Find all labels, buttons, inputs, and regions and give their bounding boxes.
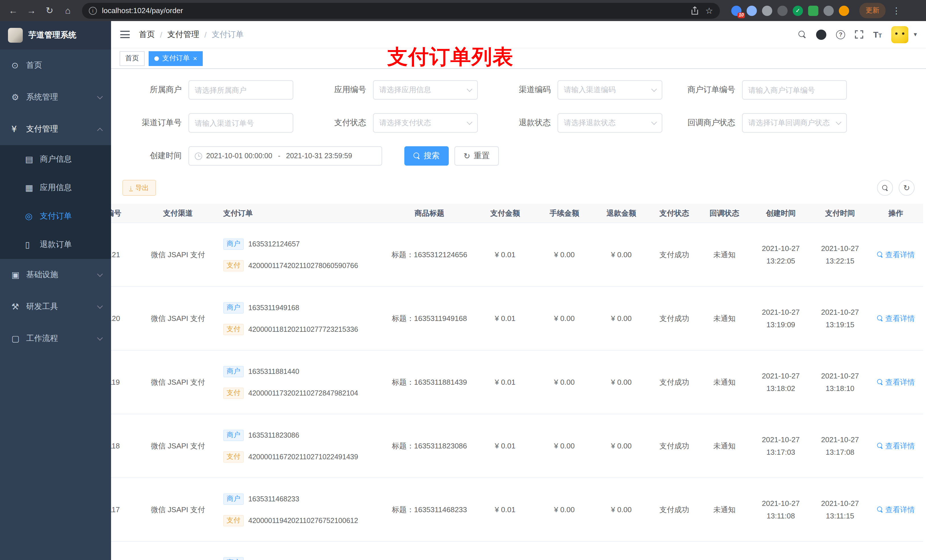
refresh-icon: ↻: [903, 184, 910, 192]
pin-extension-icon[interactable]: [823, 5, 834, 16]
cell-status: 支付成功: [650, 414, 699, 477]
merchant-order-no-field[interactable]: [748, 86, 841, 94]
close-tab-icon[interactable]: ×: [193, 55, 197, 62]
view-detail-link[interactable]: 查看详情: [877, 249, 915, 260]
cell-refund: ¥ 0.00: [593, 223, 650, 286]
cell-channel: 微信 JSAPI 支付: [139, 414, 216, 477]
pay-tag: 支付: [223, 323, 244, 335]
sidebar-item-home[interactable]: ⊙ 首页: [0, 50, 111, 82]
tab-pay-order[interactable]: 支付订单 ×: [149, 51, 203, 66]
view-detail-link[interactable]: 查看详情: [877, 313, 915, 323]
table-row: 120 微信 JSAPI 支付 商户 1635311949168 支付 4200…: [111, 287, 923, 350]
filter-row-1: 所属商户 应用编号 请选择应用信息 渠道编码: [111, 80, 926, 100]
refresh-table-button[interactable]: ↻: [899, 180, 915, 196]
search-icon: [877, 379, 883, 385]
tab-home[interactable]: 首页: [120, 51, 145, 66]
cell-created: 2021-10-27 13:11:08: [750, 478, 811, 541]
extension-icon[interactable]: [808, 5, 819, 16]
search-icon[interactable]: [799, 30, 806, 38]
sidebar-item-workflow[interactable]: ▢ 工作流程: [0, 323, 111, 355]
merchant-input[interactable]: [189, 80, 293, 100]
search-button[interactable]: 搜索: [404, 146, 449, 166]
sidebar-item-pay-order[interactable]: ◎ 支付订单: [0, 202, 111, 231]
breadcrumb-home[interactable]: 首页: [139, 29, 155, 39]
date-range-picker[interactable]: 2021-10-01 00:00:00 - 2021-10-31 23:59:5…: [189, 146, 382, 166]
merchant-tag: 商户: [223, 366, 244, 377]
date-start[interactable]: 2021-10-01 00:00:00: [206, 152, 272, 160]
merchant-order-no-input[interactable]: [742, 80, 847, 100]
info-icon[interactable]: i: [89, 6, 97, 15]
sidebar-item-infra[interactable]: ▣ 基础设施: [0, 259, 111, 291]
export-button[interactable]: ↓ 导出: [123, 180, 156, 196]
bookmark-star-icon[interactable]: ☆: [705, 5, 713, 16]
refresh-icon: ↻: [464, 152, 470, 160]
search-icon: [877, 443, 883, 449]
font-size-icon[interactable]: TT: [873, 30, 882, 39]
hamburger-menu-icon[interactable]: [120, 31, 130, 38]
extension-icon[interactable]: [777, 5, 788, 16]
help-icon[interactable]: ?: [836, 30, 845, 39]
cell-fee: ¥ 0.00: [536, 287, 593, 350]
search-icon: [882, 185, 888, 191]
gear-icon: ⚙: [11, 92, 26, 103]
browser-menu-icon[interactable]: ⋮: [891, 5, 902, 16]
view-detail-link[interactable]: 查看详情: [877, 441, 915, 451]
forward-icon[interactable]: →: [24, 3, 39, 18]
table-toolbar: ↓ 导出 ↻: [111, 180, 926, 196]
extension-icon[interactable]: ✓: [793, 5, 803, 16]
app-id-select[interactable]: 请选择应用信息: [373, 80, 478, 100]
pay-order-line: 支付 4200001174202110278060590766: [223, 259, 358, 272]
toggle-search-button[interactable]: [877, 180, 893, 196]
view-detail-link[interactable]: 查看详情: [877, 377, 915, 387]
cell-id: 121: [111, 223, 139, 286]
payment-submenu: ▤ 商户信息 ▦ 应用信息 ◎ 支付订单 ▯ 退款订单: [0, 145, 111, 259]
title-prefix: 标题：: [392, 377, 414, 387]
pay-order-line: 支付 4200001181202110277723215336: [223, 322, 358, 336]
cell-amount: ¥ 0.01: [474, 287, 536, 350]
cell-action: 查看详情: [869, 287, 923, 350]
browser-update-button[interactable]: 更新: [859, 3, 885, 18]
share-icon[interactable]: [690, 6, 699, 15]
sidebar-item-dev-tools[interactable]: ⚒ 研发工具: [0, 291, 111, 323]
cell-action: 查看详情: [869, 478, 923, 541]
channel-order-no-field[interactable]: [195, 119, 287, 127]
notify-status-select[interactable]: 请选择订单回调商户状态: [742, 113, 847, 133]
extension-icon[interactable]: [762, 5, 772, 16]
cell-refund: ¥ 0.00: [593, 478, 650, 541]
extension-icon[interactable]: 10: [731, 5, 741, 16]
title-prefix: 标题：: [392, 441, 414, 451]
profile-avatar-icon[interactable]: [839, 5, 849, 16]
sidebar-item-app-info[interactable]: ▦ 应用信息: [0, 174, 111, 202]
field-channel-code: 渠道编码 请输入渠道编码: [492, 80, 662, 100]
url-bar[interactable]: i localhost:1024/pay/order ☆: [82, 3, 720, 18]
channel-code-select[interactable]: 请输入渠道编码: [558, 80, 662, 100]
caret-down-icon[interactable]: ▾: [914, 31, 917, 38]
merchant-tag: 商户: [223, 238, 244, 249]
table-row: 117 微信 JSAPI 支付 商户 1635311468233 支付 4200…: [111, 478, 923, 542]
extension-icon[interactable]: [747, 5, 757, 16]
sidebar-item-refund-order[interactable]: ▯ 退款订单: [0, 231, 111, 259]
sidebar-item-system[interactable]: ⚙ 系统管理: [0, 82, 111, 113]
sidebar-item-merchant-info[interactable]: ▤ 商户信息: [0, 145, 111, 174]
reload-icon[interactable]: ↻: [42, 3, 57, 18]
date-end[interactable]: 2021-10-31 23:59:59: [286, 152, 352, 160]
home-icon[interactable]: ⌂: [61, 3, 75, 18]
fullscreen-icon[interactable]: [855, 30, 863, 39]
breadcrumb-pay-manage[interactable]: 支付管理: [168, 29, 199, 39]
cell-title: 标题：1635311823086: [384, 414, 474, 477]
cell-action: 查看详情: [869, 350, 923, 414]
back-icon[interactable]: ←: [6, 3, 21, 18]
refund-status-select[interactable]: 请选择退款状态: [558, 113, 662, 133]
pay-status-select[interactable]: 请选择支付状态: [373, 113, 478, 133]
cell-action: 查看详情: [869, 414, 923, 477]
cell-refund: ¥ 0.00: [593, 287, 650, 350]
cell-notify: 未通知: [699, 223, 750, 286]
merchant-input-field[interactable]: [195, 86, 287, 94]
channel-order-no-input[interactable]: [189, 113, 293, 133]
github-icon[interactable]: [816, 29, 826, 39]
reset-button[interactable]: ↻ 重置: [454, 146, 499, 166]
user-avatar[interactable]: [891, 26, 909, 43]
view-detail-link[interactable]: 查看详情: [877, 504, 915, 515]
title-prefix: 标题：: [392, 249, 414, 260]
sidebar-item-payment[interactable]: ¥ 支付管理: [0, 113, 111, 145]
